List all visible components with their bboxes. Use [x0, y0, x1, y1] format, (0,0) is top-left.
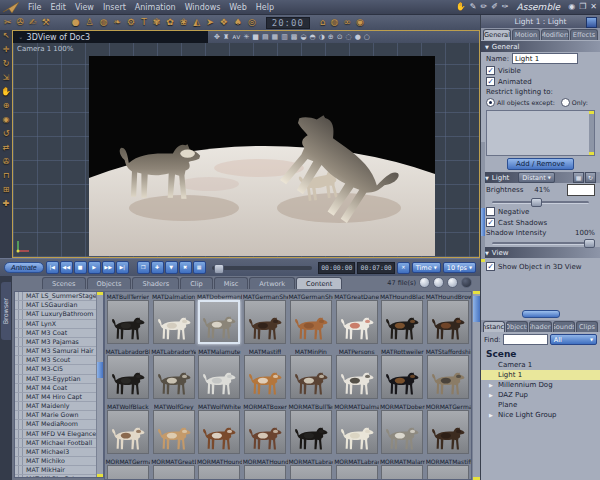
thumbnail-cell[interactable]: MORMATMalamute — [380, 457, 426, 480]
thumbnail-cell[interactable]: MATPersons — [334, 347, 380, 402]
camera-icon[interactable]: ◉ — [356, 18, 364, 27]
jump-end-button[interactable]: ▶| — [116, 261, 129, 274]
zoom-tool-icon[interactable]: ⊕ — [3, 102, 10, 110]
ref-live-icon[interactable]: ⊙ — [337, 34, 343, 41]
thumbnail-image[interactable] — [153, 300, 195, 344]
scene-tree-item-millennium-dog[interactable]: ▶Millennium Dog — [481, 380, 600, 390]
antialias-icon[interactable]: ᴀᴠ — [232, 34, 240, 41]
all-objects-radio[interactable] — [486, 98, 495, 107]
sphere-primitive-icon[interactable]: ● — [72, 18, 80, 27]
tree-icon[interactable]: ♠ — [234, 18, 242, 27]
light-preview-button[interactable]: ↻ — [585, 172, 596, 183]
thumbnail-image[interactable] — [381, 465, 423, 480]
list-item[interactable]: MAT Maidenly — [15, 402, 103, 411]
thumbnail-image[interactable] — [107, 465, 149, 480]
list-item[interactable]: MAT Mil Big Cat — [15, 475, 103, 478]
marker-tool-icon[interactable]: ✑ — [502, 3, 509, 11]
thumbnail-image[interactable] — [381, 300, 423, 344]
thumbnail-image[interactable] — [290, 410, 332, 454]
gear-icon[interactable]: ⚙ — [127, 18, 135, 27]
list-item[interactable]: MAT M3 Coat — [15, 329, 103, 338]
list-item[interactable]: MAT Michiko — [15, 457, 103, 466]
thumbnail-cell[interactable]: MATMalamute — [197, 347, 243, 402]
viewport-title-bar[interactable]: ◦ 3DView of Doc3 — [13, 31, 208, 43]
ref-none-icon[interactable]: ⊕ — [328, 34, 334, 41]
list-item[interactable]: MAT Michael3 — [15, 448, 103, 457]
options-button[interactable]: ▦ — [193, 261, 206, 274]
menu-insert[interactable]: Insert — [103, 3, 126, 12]
ball-white-icon[interactable]: ● — [355, 34, 361, 41]
thumbnail-cell[interactable]: MATWolfBlack — [105, 402, 151, 457]
thumbnail-image[interactable] — [198, 355, 240, 399]
render-settings-icon[interactable]: ✳ — [243, 34, 249, 41]
light-color-swatch[interactable] — [567, 184, 595, 196]
shading-box-icon[interactable]: ◒ — [300, 34, 306, 41]
list-item[interactable]: MAT MFD V4 Elegance — [15, 430, 103, 439]
axis-icon[interactable]: ✚ — [3, 200, 10, 208]
thumbnail-image[interactable] — [153, 355, 195, 399]
thumbnail-image[interactable] — [290, 300, 332, 344]
thumbnail-image[interactable] — [153, 410, 195, 454]
thumbnail-image[interactable] — [427, 300, 469, 344]
fan-icon[interactable]: ✿ — [166, 18, 174, 27]
leaf-icon[interactable]: ❀ — [180, 18, 188, 27]
view-section-header[interactable]: ▼ View — [481, 247, 600, 258]
delete-keyframe-button[interactable]: ✖ — [179, 261, 192, 274]
layout-two-icon[interactable]: ▤ — [262, 34, 269, 41]
paint-tool-icon[interactable]: ✍ — [29, 18, 37, 27]
thumbnail-cell[interactable]: MORMATGermanSh — [105, 457, 151, 480]
hand-tool-icon[interactable]: ✋ — [456, 3, 466, 11]
thumbnail-image[interactable] — [381, 410, 423, 454]
shadow-intensity-slider-thumb[interactable] — [584, 239, 595, 248]
list-item[interactable]: MAT MikHair — [15, 466, 103, 475]
bank-camera-icon[interactable]: ↺ — [3, 130, 10, 138]
list-item[interactable]: MAT Marie Gown — [15, 411, 103, 420]
browser-options-button[interactable] — [461, 277, 472, 288]
layout-four-icon[interactable]: ▥ — [281, 34, 288, 41]
brightness-slider[interactable] — [488, 198, 593, 205]
animate-button[interactable]: Animate — [4, 262, 44, 273]
thumb-size-large-button[interactable] — [447, 277, 458, 288]
light-section-header[interactable]: ▼ Light Distant▼ ▦ ↻ — [481, 172, 600, 183]
thumbnail-image[interactable] — [198, 300, 240, 344]
thumbnail-cell[interactable]: MATLabradorYellow — [151, 347, 197, 402]
list-item[interactable]: MAT M4 Coat — [15, 384, 103, 393]
list-item[interactable]: MAT M3 Samurai Hair — [15, 347, 103, 356]
content-list-scrollbar[interactable] — [96, 292, 103, 477]
rewind-button[interactable]: ◀◀ — [60, 261, 73, 274]
panel-splitter-handle[interactable] — [522, 310, 560, 318]
track-camera-icon[interactable]: ⇄ — [3, 144, 10, 152]
thumbnail-image[interactable] — [244, 300, 286, 344]
thumbnail-cell[interactable]: MORMATBullTerrier — [288, 402, 334, 457]
close-icon[interactable]: ✕ — [590, 3, 597, 11]
tab-general[interactable]: General — [483, 29, 511, 40]
menu-view[interactable]: View — [75, 3, 94, 12]
panel-doc-icon[interactable] — [586, 17, 597, 28]
cursor-icon[interactable]: ➤ — [206, 18, 214, 27]
thumbnail-image[interactable] — [427, 410, 469, 454]
find-input[interactable] — [503, 334, 548, 345]
house-icon[interactable]: ⌂ — [320, 18, 326, 27]
negative-checkbox[interactable]: ✓ — [486, 207, 495, 216]
scroll-thumb[interactable] — [473, 296, 480, 322]
list-item[interactable]: MAT M4 Hiro Capt — [15, 393, 103, 402]
thumbnail-image[interactable] — [153, 465, 195, 480]
properties-scrollbar[interactable] — [481, 142, 485, 262]
browser-tab-scenes[interactable]: Scenes — [42, 277, 86, 289]
rotate-tool-icon[interactable]: ↻ — [3, 60, 10, 68]
thumbnail-cell[interactable]: MORMATGermanSh — [425, 402, 471, 457]
scrubber-thumb[interactable] — [214, 264, 224, 274]
thumbnail-image[interactable] — [336, 355, 378, 399]
thumbnail-image[interactable] — [336, 465, 378, 480]
scale-tool-icon[interactable]: ⇲ — [3, 74, 10, 82]
menu-edit[interactable]: Edit — [50, 3, 66, 12]
viewport-canvas[interactable]: Camera 1 100% — [13, 43, 479, 257]
frame-rate-dropdown[interactable]: 10 fps▼ — [443, 262, 476, 273]
layout-three-icon[interactable]: ▦ — [272, 34, 279, 41]
tab-clips[interactable]: Clips — [576, 321, 598, 332]
thumb-size-medium-button[interactable] — [433, 277, 444, 288]
cast-shadows-checkbox[interactable]: ✓ — [486, 218, 495, 227]
thumbnail-cell[interactable]: MORMATMastiff — [425, 457, 471, 480]
current-time-field[interactable]: 00:00:00 — [318, 262, 355, 274]
thumbnail-image[interactable] — [336, 300, 378, 344]
